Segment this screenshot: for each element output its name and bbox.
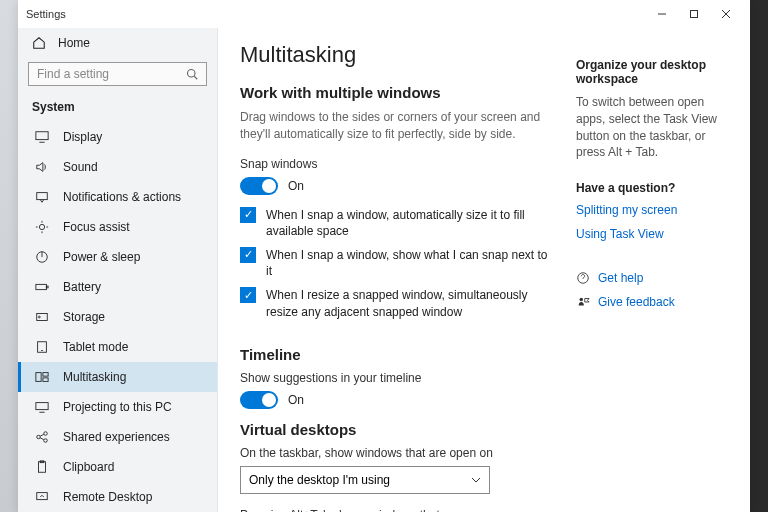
sidebar-item-label: Display [63,130,203,144]
svg-rect-18 [36,373,41,382]
timeline-toggle[interactable]: On [240,391,550,409]
toggle-state: On [288,179,304,193]
storage-icon [35,310,49,324]
page-title: Multitasking [240,42,550,68]
check-label: When I resize a snapped window, simultan… [266,287,550,319]
checkbox-icon: ✓ [240,287,256,303]
sidebar-category: System [18,96,217,122]
link-feedback[interactable]: Give feedback [576,295,736,309]
projecting-icon [35,400,49,414]
vd-select-1[interactable]: Only the desktop I'm using [240,466,490,494]
svg-rect-1 [691,11,698,18]
display-icon [35,130,49,144]
sidebar-item-label: Remote Desktop [63,490,203,504]
focus-assist-icon [35,220,49,234]
svg-point-24 [44,439,48,443]
search-placeholder: Find a setting [37,67,186,81]
side-desc: To switch between open apps, select the … [576,94,736,161]
snap-label: Snap windows [240,157,550,171]
sidebar-item-power[interactable]: Power & sleep [18,242,217,272]
svg-rect-19 [43,373,48,377]
content: Multitasking Work with multiple windows … [218,28,570,512]
sidebar-item-multitasking[interactable]: Multitasking [18,362,217,392]
search-input[interactable]: Find a setting [28,62,207,86]
help-icon [576,271,590,285]
sidebar-item-label: Power & sleep [63,250,203,264]
svg-rect-27 [39,462,46,473]
shared-icon [35,430,49,444]
sidebar-item-remote[interactable]: Remote Desktop [18,482,217,512]
maximize-button[interactable] [678,0,710,28]
section-title: Work with multiple windows [240,84,550,101]
sidebar-item-focus-assist[interactable]: Focus assist [18,212,217,242]
checkbox-icon: ✓ [240,207,256,223]
sidebar-item-label: Tablet mode [63,340,203,354]
sidebar-item-label: Multitasking [63,370,203,384]
chevron-down-icon [471,475,481,485]
sidebar-item-tablet[interactable]: Tablet mode [18,332,217,362]
close-button[interactable] [710,0,742,28]
svg-point-4 [188,70,196,78]
link-get-help[interactable]: Get help [576,271,736,285]
snap-toggle[interactable]: On [240,177,550,195]
multitasking-icon [35,370,49,384]
remote-icon [35,490,49,504]
sidebar-item-sound[interactable]: Sound [18,152,217,182]
link-label: Get help [598,271,643,285]
titlebar: Settings [18,0,750,28]
section-title: Timeline [240,346,550,363]
section-desc: Drag windows to the sides or corners of … [240,109,550,143]
notifications-icon [35,190,49,204]
power-icon [35,250,49,264]
check-label: When I snap a window, automatically size… [266,207,550,239]
sidebar-item-label: Focus assist [63,220,203,234]
svg-line-25 [40,434,44,436]
home-icon [32,36,46,50]
svg-rect-29 [37,493,48,500]
svg-line-5 [194,76,197,79]
link-task-view[interactable]: Using Task View [576,227,736,241]
checkbox-icon: ✓ [240,247,256,263]
sidebar-item-label: Sound [63,160,203,174]
link-label: Give feedback [598,295,675,309]
svg-line-26 [40,438,44,440]
svg-rect-8 [37,193,48,200]
sidebar-item-clipboard[interactable]: Clipboard [18,452,217,482]
sidebar: Home Find a setting System Display Sound… [18,28,218,512]
sidebar-item-battery[interactable]: Battery [18,272,217,302]
section-title: Virtual desktops [240,421,550,438]
side-heading: Have a question? [576,181,736,195]
vd-q1: On the taskbar, show windows that are op… [240,446,550,460]
side-heading: Organize your desktop workspace [576,58,736,86]
snap-check-2[interactable]: ✓When I snap a window, show what I can s… [240,247,550,279]
sidebar-item-shared[interactable]: Shared experiences [18,422,217,452]
sidebar-item-notifications[interactable]: Notifications & actions [18,182,217,212]
svg-point-23 [44,432,48,436]
link-splitting-screen[interactable]: Splitting my screen [576,203,736,217]
sidebar-item-label: Shared experiences [63,430,203,444]
svg-point-9 [39,224,44,229]
snap-check-1[interactable]: ✓When I snap a window, automatically siz… [240,207,550,239]
sidebar-item-label: Projecting to this PC [63,400,203,414]
sidebar-item-label: Storage [63,310,203,324]
battery-icon [35,280,49,294]
tablet-icon [35,340,49,354]
sound-icon [35,160,49,174]
toggle-state: On [288,393,304,407]
link-label: Splitting my screen [576,203,677,217]
sidebar-item-projecting[interactable]: Projecting to this PC [18,392,217,422]
svg-rect-20 [43,378,48,382]
feedback-icon [576,295,590,309]
sidebar-item-storage[interactable]: Storage [18,302,217,332]
svg-point-31 [580,298,584,302]
search-icon [186,68,198,80]
link-label: Using Task View [576,227,664,241]
sidebar-item-label: Notifications & actions [63,190,203,204]
settings-window: Settings Home Find a setting System Disp… [18,0,750,512]
sidebar-home[interactable]: Home [18,28,217,58]
minimize-button[interactable] [646,0,678,28]
side-panel: Organize your desktop workspace To switc… [570,28,750,512]
sidebar-item-display[interactable]: Display [18,122,217,152]
snap-check-3[interactable]: ✓When I resize a snapped window, simulta… [240,287,550,319]
toggle-switch-icon [240,391,278,409]
